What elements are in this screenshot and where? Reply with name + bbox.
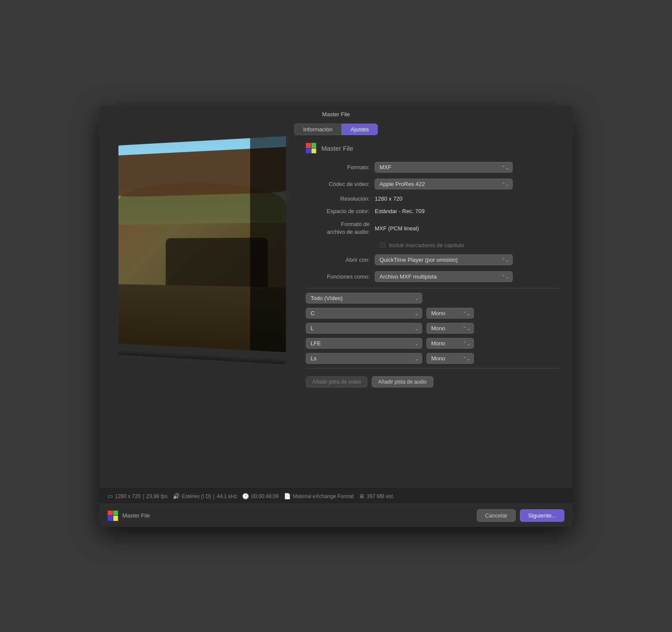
track1-channel-wrapper: C L R LFE ⌄ <box>306 308 422 319</box>
color-icon-yellow <box>311 149 317 154</box>
formato-label: Formato: <box>306 164 375 170</box>
color-icon <box>306 143 316 153</box>
track2-mono-wrapper: Mono Estéreo ⌃⌄ <box>426 323 474 334</box>
formato-audio-value: MXF (PCM lineal) <box>375 225 419 232</box>
color-icon-blue <box>306 149 311 154</box>
abrir-con-select[interactable]: QuickTime Player (por omisión) VLC <box>375 254 513 265</box>
abrir-con-select-wrapper: QuickTime Player (por omisión) VLC ⌃⌄ <box>375 254 513 265</box>
espacio-color-label: Espacio de color: <box>306 208 375 214</box>
track2-mono-select[interactable]: Mono Estéreo <box>426 323 474 334</box>
file-icon: 📄 <box>284 493 291 499</box>
track-row-2: L C R LFE ⌄ Mono Estéreo ⌃⌄ <box>306 323 560 334</box>
master-file-header: Master File <box>306 141 560 153</box>
track-row-0: Todo (Vídeo) Sólo vídeo Sólo audio ⌄ <box>306 293 560 304</box>
resolucion-label: Resolución: <box>306 195 375 202</box>
tab-settings[interactable]: Ajustes <box>342 124 378 135</box>
track2-channel-select[interactable]: L C R LFE <box>306 323 422 334</box>
formato-select[interactable]: MXF QuickTime H.264 <box>375 162 513 173</box>
track1-mono-select[interactable]: Mono Estéreo <box>426 308 474 319</box>
formato-select-wrapper: MXF QuickTime H.264 ⌃⌄ <box>375 162 513 173</box>
track3-channel-wrapper: LFE C L R ⌄ <box>306 338 422 349</box>
codec-select-wrapper: Apple ProRes 422 Apple ProRes 422 HQ App… <box>375 179 513 189</box>
add-audio-track-button[interactable]: Añadir pista de audio <box>372 376 433 387</box>
cancel-button[interactable]: Cancelar <box>477 509 516 522</box>
footer-buttons: Cancelar Siguiente... <box>477 509 564 522</box>
funciones-como-select-wrapper: Archivo MXF multipista Archivo MXF de pi… <box>375 271 513 282</box>
divider-1 <box>306 288 560 288</box>
next-button[interactable]: Siguiente... <box>520 509 564 522</box>
video-preview <box>118 135 302 362</box>
status-format: Material eXchange Format <box>293 493 354 499</box>
master-file-dialog: Master File Información Ajustes <box>99 105 573 527</box>
footer-ci-red <box>108 511 113 516</box>
divider-2 <box>306 368 560 369</box>
status-sample-rate: 44,1 kHz <box>217 493 237 499</box>
form-row-formato: Formato: MXF QuickTime H.264 ⌃⌄ <box>306 162 560 173</box>
footer-left: Master File <box>108 511 150 521</box>
status-audio: Estéreo (I D) <box>182 493 211 499</box>
track0-select-wrapper: Todo (Vídeo) Sólo vídeo Sólo audio ⌄ <box>306 293 422 304</box>
funciones-como-select[interactable]: Archivo MXF multipista Archivo MXF de pi… <box>375 271 513 282</box>
status-fps: 23,98 fps <box>146 493 168 499</box>
footer-ci-blue <box>108 516 113 521</box>
footer-color-icon <box>108 511 118 521</box>
status-bar: ▭ 1280 x 720 | 23,98 fps 🔊 Estéreo (I D)… <box>99 488 573 504</box>
add-video-track-button[interactable]: Añadir pista de vídeo <box>306 376 367 387</box>
add-track-row: Añadir pista de vídeo Añadir pista de au… <box>306 375 560 387</box>
abrir-con-label: Abrir con: <box>306 257 375 263</box>
footer-title: Master File <box>122 512 150 519</box>
codec-select[interactable]: Apple ProRes 422 Apple ProRes 422 HQ App… <box>375 179 513 189</box>
status-format-item: 📄 Material eXchange Format <box>284 493 354 499</box>
track4-mono-wrapper: Mono Estéreo ⌃⌄ <box>426 353 474 364</box>
include-markers-checkbox[interactable] <box>380 242 386 248</box>
track-row-4: Ls C L R ⌄ Mono Estéreo ⌃⌄ <box>306 353 560 364</box>
track3-channel-select[interactable]: LFE C L R <box>306 338 422 349</box>
track4-channel-wrapper: Ls C L R ⌄ <box>306 353 422 364</box>
settings-section: Master File Formato: MXF QuickTime H.264… <box>306 141 560 488</box>
form-row-espacio-color: Espacio de color: Estándar - Rec. 709 <box>306 208 560 214</box>
track1-mono-wrapper: Mono Estéreo ⌃⌄ <box>426 308 474 319</box>
main-content: Master File Formato: MXF QuickTime H.264… <box>99 141 573 488</box>
color-icon-red <box>306 143 311 148</box>
form-row-resolucion: Resolución: 1280 x 720 <box>306 195 560 202</box>
track2-channel-wrapper: L C R LFE ⌄ <box>306 323 422 334</box>
status-duration: 00:00:48:09 <box>251 493 278 499</box>
color-icon-green <box>311 143 317 148</box>
status-resolution-item: ▭ 1280 x 720 | 23,98 fps <box>108 493 168 499</box>
resolucion-value: 1280 x 720 <box>375 195 402 202</box>
footer-ci-yellow <box>113 516 118 521</box>
form-row-formato-audio: Formato dearchivo de audio: MXF (PCM lin… <box>306 220 560 236</box>
codec-label: Códec de vídeo: <box>306 181 375 187</box>
screen-icon: ▭ <box>108 493 113 499</box>
status-resolution: 1280 x 720 <box>115 493 140 499</box>
status-audio-item: 🔊 Estéreo (I D) | 44,1 kHz <box>173 493 237 499</box>
clock-icon: 🕐 <box>242 493 249 499</box>
preview-image <box>118 136 286 352</box>
checkbox-row-markers: Incluir marcadores de capítulo <box>306 242 560 248</box>
footer-bar: Master File Cancelar Siguiente... <box>99 504 573 527</box>
monitor-icon: 🖥 <box>359 493 364 499</box>
status-separator-1: | <box>143 493 144 499</box>
track0-channel-select[interactable]: Todo (Vídeo) Sólo vídeo Sólo audio <box>306 293 422 304</box>
formato-audio-label: Formato dearchivo de audio: <box>306 220 375 236</box>
track1-channel-select[interactable]: C L R LFE <box>306 308 422 319</box>
status-filesize-item: 🖥 397 MB est. <box>359 493 394 499</box>
master-file-title: Master File <box>321 145 353 152</box>
track4-mono-select[interactable]: Mono Estéreo <box>426 353 474 364</box>
dialog-title: Master File <box>99 105 573 122</box>
tab-information[interactable]: Información <box>294 124 342 135</box>
include-markers-label: Incluir marcadores de capítulo <box>389 242 464 248</box>
track-row-3: LFE C L R ⌄ Mono Estéreo ⌃⌄ <box>306 338 560 349</box>
form-row-abrir-con: Abrir con: QuickTime Player (por omisión… <box>306 254 560 265</box>
status-duration-item: 🕐 00:00:48:09 <box>242 493 278 499</box>
track3-mono-select[interactable]: Mono Estéreo <box>426 338 474 349</box>
funciones-como-label: Funciones como: <box>306 273 375 280</box>
footer-ci-green <box>113 511 118 516</box>
track-row-1: C L R LFE ⌄ Mono Estéreo ⌃⌄ <box>306 308 560 319</box>
status-separator-2: | <box>213 493 215 499</box>
track3-mono-wrapper: Mono Estéreo ⌃⌄ <box>426 338 474 349</box>
status-filesize: 397 MB est. <box>367 493 394 499</box>
speaker-icon: 🔊 <box>173 493 180 499</box>
track4-channel-select[interactable]: Ls C L R <box>306 353 422 364</box>
form-row-codec: Códec de vídeo: Apple ProRes 422 Apple P… <box>306 179 560 189</box>
